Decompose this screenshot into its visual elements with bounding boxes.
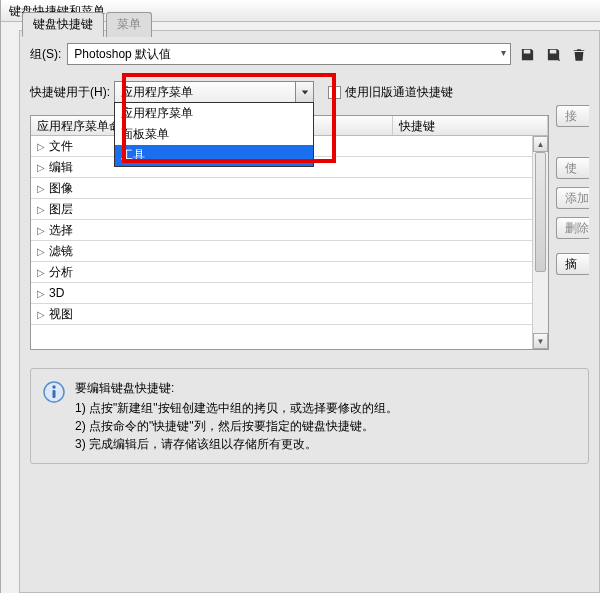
svg-point-1: [52, 385, 55, 388]
table-row[interactable]: ▷选择: [31, 220, 548, 241]
table-row[interactable]: ▷分析: [31, 262, 548, 283]
set-label: 组(S):: [30, 46, 61, 63]
table-row[interactable]: ▷图层: [31, 199, 548, 220]
row-label: 文件: [49, 138, 73, 155]
row-label: 编辑: [49, 159, 73, 176]
row-label: 视图: [49, 306, 73, 323]
btn-label: 使: [565, 160, 577, 177]
tab-shortcuts[interactable]: 键盘快捷键: [22, 12, 104, 37]
scroll-down-button[interactable]: ▼: [533, 333, 548, 349]
dropdown-option-label: 面板菜单: [121, 127, 169, 141]
btn-label: 删除: [565, 220, 589, 237]
dialog-window: 键盘快捷键和菜单 键盘快捷键 菜单 组(S): Photoshop 默认值: [0, 0, 600, 593]
add-shortcut-button[interactable]: 添加: [556, 187, 589, 209]
info-text: 要编辑键盘快捷键: 1) 点按"新建组"按钮创建选中组的拷贝，或选择要修改的组。…: [75, 379, 398, 453]
shortcut-for-dropdown-wrap: 应用程序菜单 应用程序菜单 面板菜单 工具: [114, 81, 314, 103]
table-row[interactable]: ▷滤镜: [31, 241, 548, 262]
save-icon: [520, 47, 535, 62]
save-set-button[interactable]: [517, 44, 537, 64]
content-area: 组(S): Photoshop 默认值 快捷键用于(H):: [20, 31, 599, 474]
shortcut-for-value: 应用程序菜单: [121, 85, 193, 99]
chevron-down-icon: [295, 82, 313, 102]
dropdown-option-panel-menu[interactable]: 面板菜单: [115, 124, 313, 145]
delete-shortcut-button[interactable]: 删除: [556, 217, 589, 239]
dropdown-option-app-menu[interactable]: 应用程序菜单: [115, 103, 313, 124]
scroll-up-button[interactable]: ▲: [533, 136, 548, 152]
disclosure-icon: ▷: [37, 309, 45, 320]
legacy-checkbox[interactable]: [328, 86, 341, 99]
disclosure-icon: ▷: [37, 267, 45, 278]
info-panel: 要编辑键盘快捷键: 1) 点按"新建组"按钮创建选中组的拷贝，或选择要修改的组。…: [30, 368, 589, 464]
set-row: 组(S): Photoshop 默认值: [30, 43, 589, 65]
accept-button[interactable]: 接: [556, 105, 589, 127]
info-title: 要编辑键盘快捷键:: [75, 379, 398, 397]
use-default-button[interactable]: 使: [556, 157, 589, 179]
row-label: 图层: [49, 201, 73, 218]
disclosure-icon: ▷: [37, 141, 45, 152]
set-value: Photoshop 默认值: [74, 47, 171, 61]
dropdown-option-tools[interactable]: 工具: [115, 145, 313, 166]
save-as-set-button[interactable]: [543, 44, 563, 64]
info-line-1: 1) 点按"新建组"按钮创建选中组的拷贝，或选择要修改的组。: [75, 399, 398, 417]
table-scrollbar[interactable]: ▲ ▼: [532, 136, 548, 349]
row-label: 3D: [49, 286, 64, 300]
table-row[interactable]: ▷3D: [31, 283, 548, 304]
shortcut-for-label: 快捷键用于(H):: [30, 84, 110, 101]
summary-button[interactable]: 摘: [556, 253, 589, 275]
row-label: 图像: [49, 180, 73, 197]
disclosure-icon: ▷: [37, 162, 45, 173]
btn-label: 摘: [565, 256, 577, 273]
delete-set-button[interactable]: [569, 44, 589, 64]
row-label: 滤镜: [49, 243, 73, 260]
disclosure-icon: ▷: [37, 288, 45, 299]
col-shortcut[interactable]: 快捷键: [393, 116, 548, 135]
disclosure-icon: ▷: [37, 204, 45, 215]
info-line-2: 2) 点按命令的"快捷键"列，然后按要指定的键盘快捷键。: [75, 417, 398, 435]
row-label: 选择: [49, 222, 73, 239]
btn-label: 添加: [565, 190, 589, 207]
tab-menus-label: 菜单: [117, 17, 141, 31]
save-as-icon: [546, 47, 561, 62]
shortcut-for-dropdown[interactable]: 应用程序菜单: [114, 81, 314, 103]
side-buttons: 接 使 添加 删除 摘: [556, 105, 589, 275]
legacy-label: 使用旧版通道快捷键: [345, 84, 453, 101]
trash-icon: [572, 47, 586, 62]
shortcut-for-row: 快捷键用于(H): 应用程序菜单 应用程序菜单 面板菜单: [30, 81, 589, 103]
tab-shortcuts-label: 键盘快捷键: [33, 17, 93, 31]
disclosure-icon: ▷: [37, 246, 45, 257]
tab-strip: 键盘快捷键 菜单: [22, 11, 154, 36]
set-select[interactable]: Photoshop 默认值: [67, 43, 511, 65]
disclosure-icon: ▷: [37, 225, 45, 236]
info-icon: [43, 381, 65, 403]
table-row[interactable]: ▷图像: [31, 178, 548, 199]
svg-rect-2: [53, 390, 56, 398]
dropdown-option-label: 应用程序菜单: [121, 106, 193, 120]
disclosure-icon: ▷: [37, 183, 45, 194]
row-label: 分析: [49, 264, 73, 281]
info-line-3: 3) 完成编辑后，请存储该组以存储所有更改。: [75, 435, 398, 453]
shortcut-for-dropdown-list: 应用程序菜单 面板菜单 工具: [114, 102, 314, 167]
col-shortcut-label: 快捷键: [399, 119, 435, 133]
dropdown-option-label: 工具: [121, 148, 145, 162]
dialog-client: 键盘快捷键 菜单 组(S): Photoshop 默认值: [19, 30, 600, 593]
scroll-thumb[interactable]: [535, 152, 546, 272]
table-row[interactable]: ▷视图: [31, 304, 548, 325]
tab-menus[interactable]: 菜单: [106, 12, 152, 37]
btn-label: 接: [565, 108, 577, 125]
